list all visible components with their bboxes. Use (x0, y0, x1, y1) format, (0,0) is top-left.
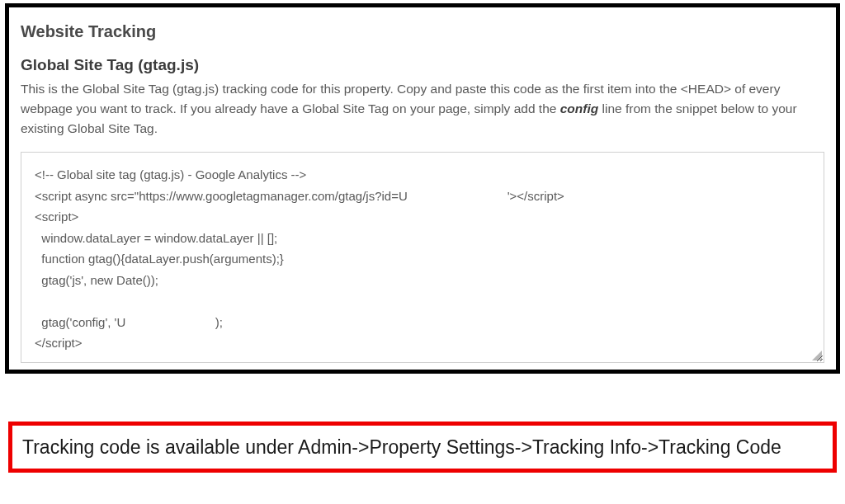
config-word: config (560, 101, 599, 115)
section-title: Website Tracking (21, 22, 824, 41)
code-snippet-text: <!-- Global site tag (gtag.js) - Google … (35, 167, 564, 350)
note-frame: Tracking code is available under Admin->… (8, 422, 837, 473)
note-text: Tracking code is available under Admin->… (22, 434, 823, 460)
description-text: This is the Global Site Tag (gtag.js) tr… (21, 79, 824, 139)
subsection-title: Global Site Tag (gtag.js) (21, 56, 824, 74)
tracking-panel-frame: Website Tracking Global Site Tag (gtag.j… (5, 3, 840, 374)
code-snippet-box[interactable]: <!-- Global site tag (gtag.js) - Google … (21, 152, 824, 363)
